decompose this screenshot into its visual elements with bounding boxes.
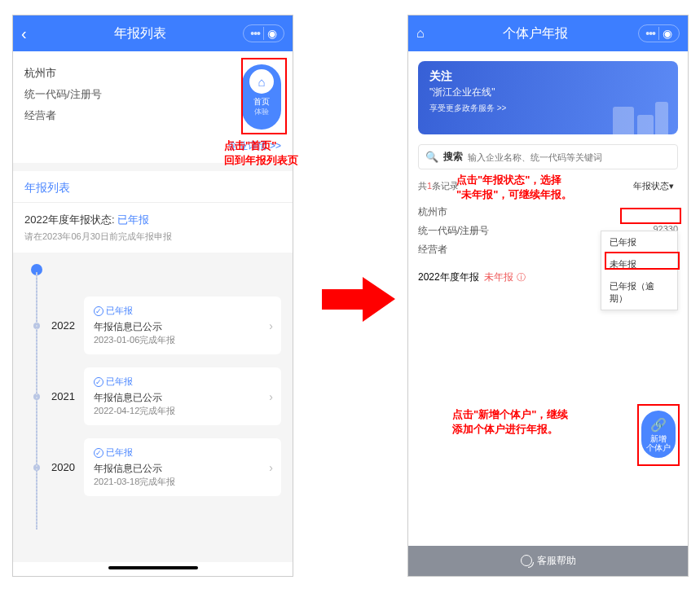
annotation-line: 点击"新增个体户"，继续 [452,407,568,422]
annotation-add: 点击"新增个体户"，继续 添加个体户进行年报。 [452,407,568,437]
banner-decoration [605,86,670,134]
back-icon[interactable]: ‹ [21,24,37,43]
capsule-button[interactable]: ••• ◉ [638,24,680,42]
chevron-right-icon: › [269,319,273,332]
red-highlight-add [637,404,680,466]
status-value: 已年报 [117,213,149,226]
timeline-year: 2020 [51,461,84,473]
search-box[interactable]: 🔍 搜索 [418,144,678,169]
headset-icon [521,555,532,566]
right-phone: ⌂ 个体户年报 ••• ◉ 关注 "浙江企业在线" 享受更多政务服务 >> 🔍 … [407,15,689,577]
timeline-info2: 2021-03-18完成年报 [94,476,271,488]
timeline-tag: ✓已年报 [94,446,271,459]
dropdown-option[interactable]: 已年报（逾期） [601,275,677,310]
target-icon[interactable]: ◉ [663,27,672,40]
timeline-info2: 2023-01-06完成年报 [94,334,271,346]
search-icon: 🔍 [425,151,438,163]
year-status: 未年报 [484,270,513,284]
status-filter-button[interactable]: 年报状态▾ [629,178,678,195]
timeline-item: 2021 ✓已年报 年报信息已公示 2022-04-12完成年报 › [24,367,281,425]
warning-icon: ⓘ [517,271,526,284]
check-icon: ✓ [94,448,103,458]
red-highlight-home [241,58,287,134]
timeline-info1: 年报信息已公示 [94,391,271,405]
capsule-button[interactable]: ••• ◉ [243,24,284,42]
home-icon[interactable]: ⌂ [416,26,433,41]
record-count: 共1条记录 [418,180,459,192]
red-highlight-option [605,252,680,270]
dropdown-option[interactable]: 已年报 [601,231,677,253]
status-block: 2022年度年报状态: 已年报 请在2023年06月30日前完成年报申报 [13,203,293,253]
timeline-item: 2020 ✓已年报 年报信息已公示 2021-03-18完成年报 › [24,438,281,496]
big-arrow-icon [322,277,395,322]
record-operator-label: 经营者 [418,243,447,257]
red-highlight-status [620,208,681,224]
timeline-year: 2021 [51,390,84,402]
target-icon[interactable]: ◉ [267,27,277,40]
annotation-line: 添加个体户进行年报。 [452,422,568,437]
status-sub: 请在2023年06月30日前完成年报申报 [24,231,281,243]
page-title: 个体户年报 [433,25,638,42]
timeline-info1: 年报信息已公示 [94,462,271,476]
more-icon[interactable]: ••• [645,27,655,40]
header-bar: ⌂ 个体户年报 ••• ◉ [408,15,688,51]
annotation-line: "未年报"，可继续年报。 [456,187,572,202]
help-bar[interactable]: 客服帮助 [408,546,688,576]
record-code-label: 统一代码/注册号 [418,224,489,238]
status-main: 2022年度年报状态: 已年报 [24,213,281,227]
chevron-right-icon: › [269,461,273,474]
check-icon: ✓ [94,306,103,316]
timeline-card[interactable]: ✓已年报 年报信息已公示 2023-01-06完成年报 › [84,297,281,354]
annotation-line: 回到年报列表页 [224,153,298,168]
header-bar: ‹ 年报列表 ••• ◉ [13,15,293,51]
timeline-year: 2022 [51,319,84,332]
timeline-tag: ✓已年报 [94,376,271,388]
more-icon[interactable]: ••• [250,27,260,40]
separator [263,27,264,40]
check-icon: ✓ [94,377,103,387]
promo-banner[interactable]: 关注 "浙江企业在线" 享受更多政务服务 >> [418,61,678,134]
timeline-tag: ✓已年报 [94,305,271,317]
home-indicator [108,566,198,569]
page-title: 年报列表 [37,25,243,42]
timeline-card[interactable]: ✓已年报 年报信息已公示 2022-04-12完成年报 › [84,367,281,425]
annotation-line: 点击"年报状态"，选择 [456,173,572,187]
status-prefix: 2022年度年报状态: [24,213,117,226]
operator-label: 经营者 [24,108,114,123]
timeline-line [36,272,37,530]
status-dropdown: 已年报 未年报 已年报（逾期） [601,231,678,310]
chevron-right-icon: › [269,390,273,403]
year-title: 2022年度年报 [418,270,479,284]
section-title: 年报列表 [13,171,293,203]
annotation-home: 点击"首页" 回到年报列表页 [224,138,298,168]
left-phone: ‹ 年报列表 ••• ◉ 杭州市 统一代码/注册号 3Q 经营者 企业详情 >>… [12,15,293,577]
caret-down-icon: ▾ [669,181,674,191]
timeline-info1: 年报信息已公示 [94,320,271,334]
banner-line1: 关注 [429,69,667,84]
separator [658,27,659,40]
search-input[interactable] [468,152,671,162]
timeline-item: 2022 ✓已年报 年报信息已公示 2023-01-06完成年报 › [24,297,281,354]
svg-marker-0 [322,277,395,322]
timeline-info2: 2022-04-12完成年报 [94,405,271,417]
record-city: 杭州市 [418,205,447,219]
search-label: 搜索 [443,150,463,164]
annotation-status: 点击"年报状态"，选择 "未年报"，可继续年报。 [456,173,572,202]
timeline-card[interactable]: ✓已年报 年报信息已公示 2021-03-18完成年报 › [84,438,281,496]
timeline: 2022 ✓已年报 年报信息已公示 2023-01-06完成年报 › 2021 … [13,253,293,562]
help-label: 客服帮助 [537,555,576,566]
code-label: 统一代码/注册号 [24,87,114,102]
annotation-line: 点击"首页" [224,138,298,153]
